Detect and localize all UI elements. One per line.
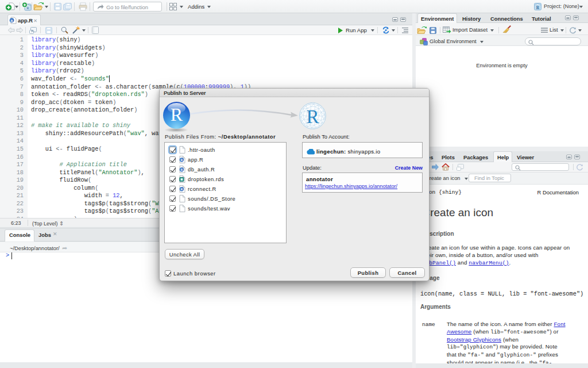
svg-text:R: R: [306, 106, 319, 127]
svg-text:R: R: [180, 158, 183, 162]
svg-text:R: R: [180, 187, 183, 191]
svg-text:R: R: [180, 168, 183, 171]
svg-text:R: R: [26, 6, 29, 10]
svg-text:R: R: [536, 5, 540, 10]
svg-text:R: R: [10, 18, 13, 22]
